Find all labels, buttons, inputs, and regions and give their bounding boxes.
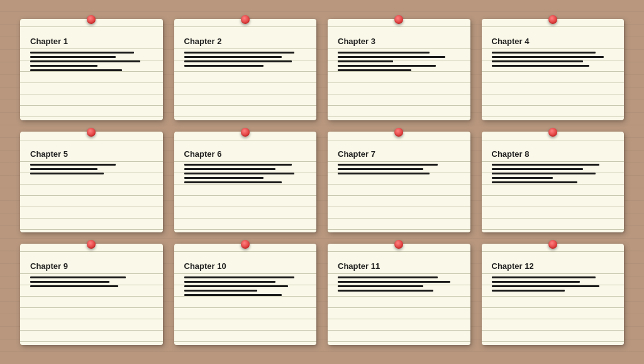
text-line [184,181,282,183]
card-lines-10 [184,276,307,296]
text-line [184,281,276,283]
card-lines-8 [492,164,614,183]
text-line [492,168,584,170]
text-line [184,276,294,278]
card-chapter-4[interactable]: Chapter 4 [482,19,625,120]
text-line [492,181,577,183]
card-chapter-3[interactable]: Chapter 3 [328,19,470,120]
text-line [30,52,134,54]
text-line [30,65,97,67]
card-lines-3 [338,52,460,71]
text-line [30,285,118,287]
text-line [492,281,580,283]
card-title-1: Chapter 1 [30,37,153,47]
card-lines-6 [184,164,307,183]
card-lines-9 [30,276,153,287]
text-line [30,164,116,166]
text-line [492,177,553,179]
text-line [184,173,294,174]
text-line [492,285,599,287]
card-title-9: Chapter 9 [30,261,153,271]
card-chapter-6[interactable]: Chapter 6 [174,132,317,233]
card-lines-7 [338,164,460,174]
text-line [338,276,438,278]
card-chapter-7[interactable]: Chapter 7 [328,132,470,233]
card-chapter-5[interactable]: Chapter 5 [20,132,163,233]
text-line [184,290,258,292]
text-line [338,173,430,174]
text-line [184,65,264,67]
card-chapter-2[interactable]: Chapter 2 [174,19,317,120]
card-lines-2 [184,52,307,67]
card-chapter-1[interactable]: Chapter 1 [20,19,163,120]
card-title-6: Chapter 6 [184,149,307,159]
text-line [30,276,126,278]
card-title-4: Chapter 4 [492,37,614,47]
card-title-2: Chapter 2 [184,37,307,47]
text-line [492,173,596,174]
card-lines-5 [30,164,153,174]
card-title-5: Chapter 5 [30,149,153,159]
text-line [184,177,264,179]
card-chapter-10[interactable]: Chapter 10 [174,244,317,345]
text-line [30,173,104,174]
card-lines-12 [492,276,614,292]
text-line [30,56,116,58]
card-lines-11 [338,276,460,292]
card-title-12: Chapter 12 [492,261,614,271]
text-line [338,290,433,292]
card-chapter-8[interactable]: Chapter 8 [482,132,625,233]
text-line [184,60,292,62]
text-line [184,52,294,54]
text-line [492,60,584,62]
card-title-11: Chapter 11 [338,261,460,271]
text-line [492,164,599,166]
text-line [338,281,450,283]
text-line [30,168,97,170]
card-chapter-9[interactable]: Chapter 9 [20,244,163,345]
text-line [492,52,596,54]
text-line [30,69,122,71]
text-line [184,168,276,170]
text-line [338,60,393,62]
card-lines-1 [30,52,153,71]
card-chapter-11[interactable]: Chapter 11 [328,244,470,345]
text-line [492,290,565,292]
card-lines-4 [492,52,614,67]
text-line [184,56,282,58]
card-title-10: Chapter 10 [184,261,307,271]
text-line [184,285,288,287]
text-line [338,168,423,170]
text-line [338,56,445,58]
text-line [492,65,590,67]
text-line [338,65,436,67]
text-line [184,294,282,296]
card-title-3: Chapter 3 [338,37,460,47]
text-line [338,164,438,166]
text-line [492,56,604,58]
text-line [30,60,140,62]
text-line [338,69,411,71]
text-line [30,281,109,283]
card-title-8: Chapter 8 [492,149,614,159]
text-line [338,285,423,287]
text-line [492,276,596,278]
text-line [184,164,292,166]
text-line [338,52,430,54]
corkboard: Chapter 1Chapter 2Chapter 3Chapter 4Chap… [8,6,636,358]
card-title-7: Chapter 7 [338,149,460,159]
card-chapter-12[interactable]: Chapter 12 [482,244,625,345]
